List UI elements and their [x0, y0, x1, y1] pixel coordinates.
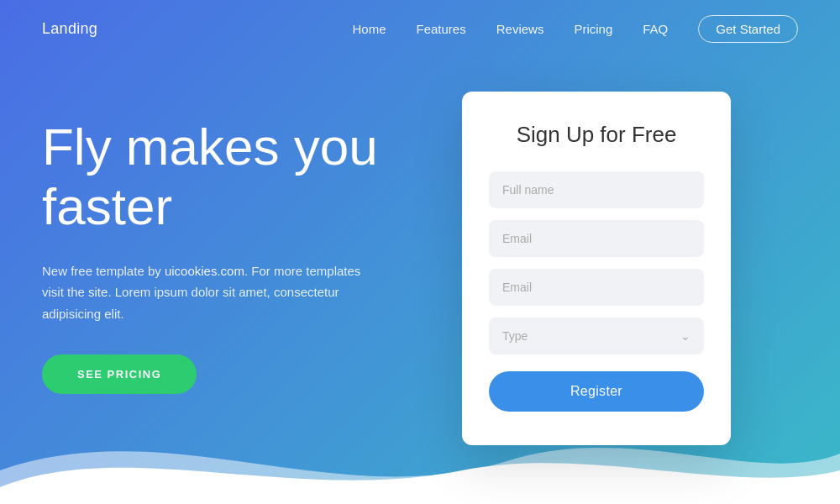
- hero-title: Fly makes you faster: [42, 117, 428, 237]
- navbar: Landing Home Features Reviews Pricing FA…: [0, 0, 840, 58]
- hero-desc-text1: New free template by: [42, 264, 165, 278]
- full-name-input[interactable]: [489, 171, 704, 208]
- hero-left: Fly makes you faster New free template b…: [42, 100, 428, 394]
- register-button[interactable]: Register: [489, 371, 704, 412]
- nav-logo: Landing: [42, 20, 97, 38]
- form-title: Sign Up for Free: [489, 122, 704, 148]
- hero-description: New free template by uicookies.com. For …: [42, 260, 370, 325]
- email-input[interactable]: [489, 220, 704, 257]
- nav-link-features[interactable]: Features: [417, 22, 466, 36]
- nav-link-faq[interactable]: FAQ: [643, 22, 668, 36]
- uicookies-link[interactable]: uicookies.com: [165, 264, 244, 278]
- nav-link-reviews[interactable]: Reviews: [496, 22, 544, 36]
- main-content: Fly makes you faster New free template b…: [0, 58, 840, 445]
- page-wrapper: Landing Home Features Reviews Pricing FA…: [0, 0, 840, 504]
- see-pricing-button[interactable]: SEE PRICING: [42, 354, 197, 394]
- signup-form-card: Sign Up for Free Type Personal Business …: [462, 92, 731, 445]
- nav-links: Home Features Reviews Pricing FAQ Get St…: [353, 15, 799, 43]
- type-select-wrapper: Type Personal Business Enterprise ⌄: [489, 318, 704, 354]
- nav-link-home[interactable]: Home: [353, 22, 386, 36]
- confirm-email-input[interactable]: [489, 269, 704, 306]
- site-link[interactable]: site: [88, 285, 108, 299]
- get-started-button[interactable]: Get Started: [698, 15, 798, 43]
- type-select[interactable]: Type Personal Business Enterprise: [489, 318, 704, 354]
- nav-link-pricing[interactable]: Pricing: [574, 22, 612, 36]
